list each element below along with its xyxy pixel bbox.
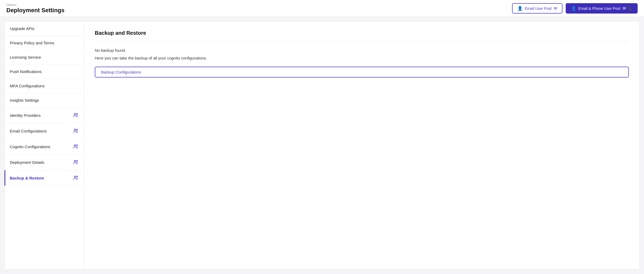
options-label: Options <box>6 3 65 6</box>
sidebar-item-label: Identity Providers <box>10 113 41 118</box>
people-icon <box>73 159 79 165</box>
svg-point-6 <box>74 160 76 162</box>
people-icon <box>73 175 79 181</box>
sidebar-item-label: Privacy Policy and Terms <box>10 41 54 45</box>
email-pool-button[interactable]: 👤 Email User Pool ✉ <box>512 3 562 14</box>
sidebar-item-label: Deployment Details <box>10 160 44 165</box>
sidebar-item-identity-providers[interactable]: Identity Providers <box>5 108 84 123</box>
email-phone-pool-label: Email & Phone User Pool <box>578 6 620 11</box>
svg-point-5 <box>76 145 78 146</box>
svg-point-8 <box>74 176 76 178</box>
header-right: 👤 Email User Pool ✉ 👤 Email & Phone User… <box>512 3 638 14</box>
content-body: No backup found. Here you can take the b… <box>95 48 629 78</box>
sidebar-item-email-configurations[interactable]: Email Configurations <box>5 123 84 139</box>
email-pool-label: Email User Pool <box>525 6 551 11</box>
sidebar-item-upgrade-apis[interactable]: Upgrade APIs <box>5 22 84 36</box>
header: Options Deployment Settings 👤 Email User… <box>0 0 644 17</box>
sidebar-item-privacy-policy[interactable]: Privacy Policy and Terms <box>5 36 84 50</box>
sidebar-item-label: Email Configurations <box>10 129 46 133</box>
svg-point-1 <box>76 113 78 115</box>
svg-point-3 <box>76 129 78 130</box>
sidebar-item-label: Insights Settings <box>10 98 39 102</box>
sidebar-item-label: Upgrade APIs <box>10 26 35 31</box>
sidebar-item-deployment-details[interactable]: Deployment Details <box>5 155 84 170</box>
sidebar-item-backup-restore[interactable]: Backup & Restore <box>5 170 84 186</box>
people-icon <box>73 112 79 118</box>
svg-point-2 <box>74 129 76 131</box>
svg-point-0 <box>74 113 76 115</box>
sidebar-item-label: Push Notifications <box>10 69 42 74</box>
message-line-1: No backup found. <box>95 48 629 53</box>
svg-point-7 <box>76 160 78 162</box>
sidebar-item-label: Licensing Service <box>10 55 41 59</box>
user-icon: 👤 <box>517 6 523 11</box>
sidebar-item-mfa-configurations[interactable]: MFA Configurations <box>5 79 84 93</box>
sidebar-item-label: Cognito Configurations <box>10 144 50 149</box>
main-layout: Upgrade APIsPrivacy Policy and TermsLice… <box>4 21 640 270</box>
sidebar-item-label: MFA Configurations <box>10 84 45 88</box>
sidebar-item-push-notifications[interactable]: Push Notifications <box>5 65 84 79</box>
email-phone-pool-button[interactable]: 👤 Email & Phone User Pool ✉ 📞 <box>566 3 638 14</box>
email-phone-icons: ✉ 📞 <box>622 6 632 11</box>
people-icon <box>73 128 79 134</box>
app-container: Options Deployment Settings 👤 Email User… <box>0 0 644 274</box>
sidebar: Upgrade APIsPrivacy Policy and TermsLice… <box>5 22 84 269</box>
page-title: Deployment Settings <box>6 7 65 14</box>
message-line-2: Here you can take the backup of all your… <box>95 56 629 60</box>
email-icon: ✉ <box>554 6 557 11</box>
svg-point-4 <box>74 145 76 146</box>
sidebar-item-cognito-configurations[interactable]: Cognito Configurations <box>5 139 84 155</box>
backup-configurations-button[interactable]: Backup Configurations <box>95 67 629 78</box>
svg-point-9 <box>76 176 78 177</box>
content-area: Backup and Restore No backup found. Here… <box>84 22 639 269</box>
content-title: Backup and Restore <box>95 30 629 42</box>
header-left: Options Deployment Settings <box>6 3 65 14</box>
backup-btn-label: Backup Configurations <box>101 70 141 74</box>
people-icon <box>73 144 79 149</box>
sidebar-item-insights-settings[interactable]: Insights Settings <box>5 93 84 108</box>
user-phone-icon: 👤 <box>571 6 576 11</box>
sidebar-item-licensing-service[interactable]: Licensing Service <box>5 50 84 65</box>
sidebar-item-label: Backup & Restore <box>10 176 44 180</box>
